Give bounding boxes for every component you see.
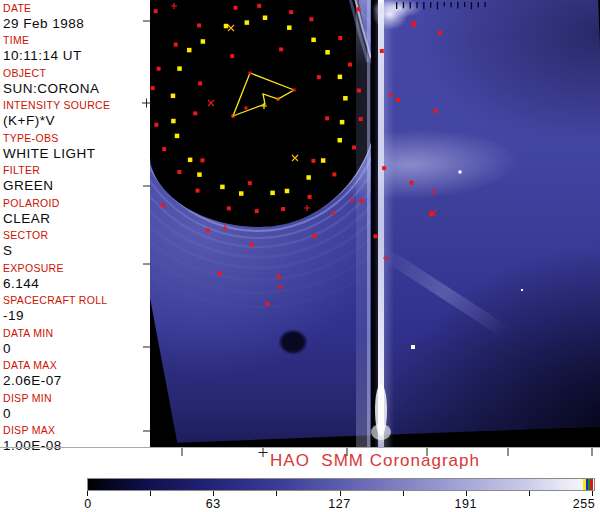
field-value: 29 Feb 1988 xyxy=(3,15,149,32)
pylon-streak xyxy=(356,0,423,447)
field-label: DATE xyxy=(3,2,149,15)
fiducial-dot xyxy=(308,195,312,199)
fiducial-dot xyxy=(196,189,200,193)
fiducial-dot xyxy=(193,111,197,115)
colorbar-tick xyxy=(529,491,530,496)
polygon-vertex-dot xyxy=(245,107,248,110)
fiducial-dot xyxy=(396,98,400,102)
fiducial-dot xyxy=(332,172,336,176)
fiducial-dot xyxy=(312,234,316,238)
field-label: DISP MIN xyxy=(3,392,149,405)
image-title: HAO SMM Coronagraph xyxy=(150,451,600,471)
fiducial-dot xyxy=(230,54,234,58)
plus-marker xyxy=(349,197,355,203)
field-label: FILTER xyxy=(3,164,149,177)
occulting-disk xyxy=(150,0,377,227)
fiducial-dot xyxy=(321,158,326,163)
field-value: 0 xyxy=(3,340,149,357)
metadata-field: DATA MIN0 xyxy=(3,327,149,357)
fiducial-dot xyxy=(382,166,386,170)
field-label: TIME xyxy=(3,34,149,47)
polygon-vertex-dot xyxy=(232,115,235,118)
edge-fiducial-tick xyxy=(464,2,465,7)
fiducial-dot xyxy=(248,181,252,185)
fiducial-dot xyxy=(311,38,316,43)
fiducial-dot xyxy=(309,17,313,21)
field-value: WHITE LIGHT xyxy=(3,145,149,162)
edge-fiducial-tick xyxy=(416,2,417,8)
edge-fiducial-tick xyxy=(484,2,485,7)
fiducial-dot xyxy=(154,9,158,13)
field-value: GREEN xyxy=(3,177,149,194)
fiducial-dot xyxy=(340,120,345,125)
edge-fiducial-tick xyxy=(471,2,472,9)
edge-fiducial-tick xyxy=(430,2,431,8)
plus-marker xyxy=(277,284,283,290)
coronagraph-image xyxy=(150,0,600,447)
colorbar-tick-label: 255 xyxy=(573,497,595,511)
field-value: 6.144 xyxy=(3,275,149,292)
field-value: 2.06E-07 xyxy=(3,372,149,389)
metadata-field: DATE29 Feb 1988 xyxy=(3,2,149,32)
fiducial-dot xyxy=(218,271,222,275)
colorbar-tick-label: 127 xyxy=(328,497,350,511)
field-value: 0 xyxy=(3,405,149,422)
fiducial-dot xyxy=(227,206,231,210)
edge-fiducial-tick xyxy=(450,2,451,7)
field-label: OBJECT xyxy=(3,67,149,80)
polygon-vertex-dot xyxy=(293,89,296,92)
colorbar-tick xyxy=(150,491,151,496)
fiducial-dot xyxy=(174,43,178,47)
field-label: DISP MAX xyxy=(3,424,149,437)
field-label: SECTOR xyxy=(3,229,149,242)
metadata-field: INTENSITY SOURCE(K+F)*V xyxy=(3,99,149,129)
colorbar-tick xyxy=(403,491,404,496)
fiducial-dot xyxy=(311,159,315,163)
metadata-field: POLAROIDCLEAR xyxy=(3,197,149,227)
colorbar-tick-label: 63 xyxy=(206,497,221,511)
edge-fiducial-tick xyxy=(410,2,411,9)
field-label: DATA MIN xyxy=(3,327,149,340)
star-dot xyxy=(411,345,415,349)
fiducial-dot xyxy=(239,191,244,196)
field-label: POLAROID xyxy=(3,197,149,210)
field-label: TYPE-OBS xyxy=(3,132,149,145)
colorbar-tick xyxy=(340,491,341,496)
fiducial-dot xyxy=(338,75,343,80)
fiducial-dot xyxy=(325,50,330,55)
field-label: SPACECRAFT ROLL xyxy=(3,294,149,307)
metadata-field: DISP MIN0 xyxy=(3,392,149,422)
fiducial-dot xyxy=(373,234,377,238)
star-dot xyxy=(459,171,462,174)
fiducial-dot xyxy=(177,66,182,71)
fiducial-dot xyxy=(224,24,229,29)
fiducial-dot xyxy=(287,25,292,30)
metadata-field: TYPE-OBSWHITE LIGHT xyxy=(3,132,149,162)
fiducial-dot xyxy=(197,172,202,177)
fiducial-dot xyxy=(245,20,250,25)
colorbar-saturation-stripe xyxy=(590,479,592,490)
fiducial-dot xyxy=(206,228,210,232)
metadata-field: DATA MAX2.06E-07 xyxy=(3,359,149,389)
fiducial-dot xyxy=(151,86,155,90)
edge-fiducial-tick xyxy=(396,2,397,9)
fiducial-dot xyxy=(171,94,176,99)
metadata-field: EXPOSURE6.144 xyxy=(3,262,149,292)
plus-marker xyxy=(430,189,436,195)
edge-fiducial-tick xyxy=(444,2,445,6)
fiducial-dot xyxy=(198,81,202,85)
colorbar-tick-label: 0 xyxy=(84,497,91,511)
coronagraph-viewer-window: DATE29 Feb 1988TIME10:11:14 UTOBJECTSUN:… xyxy=(0,0,600,512)
colorbar-tick xyxy=(592,491,593,496)
field-label: INTENSITY SOURCE xyxy=(3,99,149,112)
fiducial-dot xyxy=(175,134,180,139)
fiducial-dot xyxy=(257,4,261,8)
field-value: -19 xyxy=(3,307,149,324)
colorbar-tick-label: 191 xyxy=(455,497,477,511)
film-corner xyxy=(150,298,178,447)
field-value: SUN:CORONA xyxy=(3,80,149,97)
fiducial-dot xyxy=(177,170,181,174)
fiducial-dot xyxy=(338,138,343,143)
fiducial-dot xyxy=(360,199,364,203)
fiducial-dot xyxy=(289,10,293,14)
